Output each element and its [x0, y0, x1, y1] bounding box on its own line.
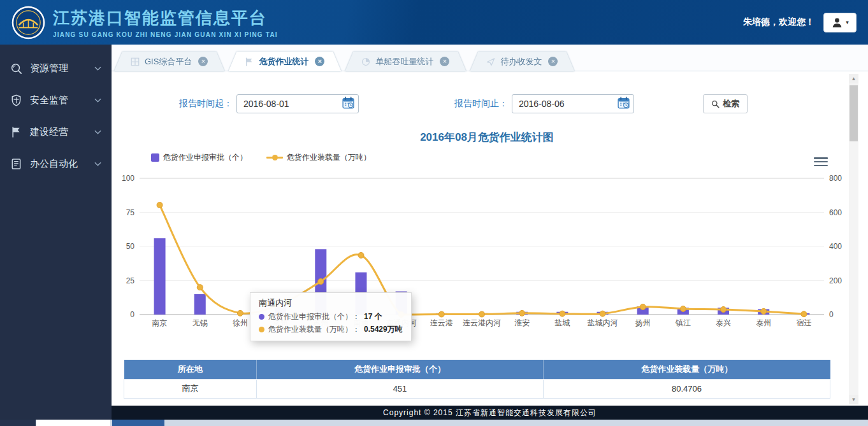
tab-1[interactable]: GIS综合平台×	[114, 52, 224, 71]
y-axis-tick-right: 200	[829, 276, 842, 285]
x-axis-label: 连云港	[430, 318, 453, 327]
line-point-1[interactable]	[197, 285, 203, 290]
line-point-12[interactable]	[640, 304, 646, 309]
line-point-10[interactable]	[560, 311, 565, 316]
line-point-15[interactable]	[761, 308, 767, 314]
x-axis-label: 镇江	[675, 318, 691, 327]
sidebar-item-2[interactable]: 安全监管	[0, 84, 112, 116]
caret-down-icon: ▾	[846, 19, 849, 25]
line-point-5[interactable]	[358, 252, 364, 258]
tab-label: 单船吞吐量统计	[375, 56, 433, 67]
tab-bar: GIS综合平台×危货作业统计×单船吞吐量统计×待办收发文×	[112, 45, 868, 71]
y-axis-tick-right: 600	[829, 208, 842, 217]
series-dot-icon	[259, 327, 264, 332]
chart-canvas[interactable]: 00252005040075600100800南京无锡徐州常州苏州南通南通内河连…	[120, 166, 853, 339]
line-point-4[interactable]	[318, 279, 324, 285]
strip-block-3	[112, 420, 164, 426]
tab-2[interactable]: 危货作业统计×	[228, 52, 341, 71]
x-axis-label: 徐州	[233, 318, 248, 327]
scroll-down-arrow[interactable]: ▼	[849, 395, 858, 404]
x-axis-label: 南京	[152, 318, 168, 327]
main-panel: GIS综合平台×危货作业统计×单船吞吐量统计×待办收发文× 报告时间起： 201…	[112, 45, 868, 420]
chart-legend: 危货作业申报审批（个）危货作业装载量（万吨）	[151, 152, 853, 162]
tab-label: 待办收发文	[500, 56, 542, 67]
sidebar-item-label: 建设经营	[30, 126, 68, 138]
sidebar-item-label: 资源管理	[30, 62, 68, 75]
magnifier-icon	[711, 100, 720, 108]
calendar-icon[interactable]	[617, 96, 630, 112]
y-axis-tick-left: 0	[130, 310, 134, 319]
chevron-down-icon	[94, 162, 101, 166]
flag-icon	[245, 57, 254, 66]
tab-close-icon[interactable]: ×	[198, 57, 208, 66]
chevron-down-icon	[94, 130, 101, 134]
search-button[interactable]: 检索	[703, 94, 748, 113]
sidebar-item-4[interactable]: 办公自动化	[0, 148, 112, 180]
report-start-field: 报告时间起： 2016-08-01	[179, 94, 359, 113]
x-axis-label: 连云港内河	[463, 318, 501, 327]
chart-area: 危货作业申报审批（个）危货作业装载量（万吨） 00252005040075600…	[120, 152, 853, 339]
strip-block-1	[0, 420, 36, 426]
page-footer: Copyright © 2015 江苏省新通智能交通科技发展有限公司	[112, 406, 868, 420]
series-dot-icon	[259, 314, 264, 320]
legend-line-swatch	[266, 153, 283, 162]
report-end-date-input[interactable]: 2016-08-06	[512, 94, 634, 113]
construction-icon	[10, 126, 22, 138]
x-axis-label: 泰兴	[716, 318, 731, 327]
legend-label: 危货作业申报审批（个）	[163, 152, 247, 163]
line-point-14[interactable]	[721, 306, 727, 312]
sidebar: 资源管理安全监管建设经营办公自动化	[0, 45, 112, 420]
strip-block-2	[36, 420, 110, 426]
y-axis-tick-left: 25	[126, 276, 135, 285]
line-point-9[interactable]	[519, 310, 525, 316]
vertical-scrollbar[interactable]: ▲ ▼	[849, 74, 858, 404]
page-title: 江苏港口智能监管信息平台	[53, 7, 278, 29]
resource-icon	[10, 62, 22, 75]
y-axis-tick-right: 400	[829, 242, 842, 251]
tab-4[interactable]: 待办收发文×	[470, 52, 574, 71]
calendar-icon[interactable]	[342, 96, 355, 112]
legend-item-2[interactable]: 危货作业装载量（万吨）	[266, 152, 371, 163]
tooltip-value: 0.5429万吨	[364, 324, 403, 335]
app-header: 江苏港口智能监管信息平台 JIANG SU GANG KOU ZHI NENG …	[0, 0, 868, 45]
tab-3[interactable]: 单船吞吐量统计×	[345, 52, 466, 71]
send-icon	[486, 57, 495, 66]
content-area: 报告时间起： 2016-08-01 报告时间止： 2016-08-06	[112, 71, 868, 406]
header-right: 朱培德，欢迎您！ ▾	[743, 13, 857, 32]
scroll-up-arrow[interactable]: ▲	[849, 74, 858, 83]
report-end-label: 报告时间止：	[454, 98, 508, 110]
line-point-7[interactable]	[438, 311, 444, 317]
tab-label: 危货作业统计	[259, 56, 308, 67]
office-icon	[10, 158, 22, 170]
tab-close-icon[interactable]: ×	[548, 57, 558, 66]
report-end-date-value: 2016-08-06	[519, 99, 617, 109]
x-axis-label: 盐城内河	[588, 318, 618, 327]
tooltip-label: 危货作业申报审批（个）：	[268, 311, 360, 322]
line-point-13[interactable]	[680, 306, 686, 311]
scrollbar-thumb[interactable]	[850, 85, 858, 141]
report-start-date-input[interactable]: 2016-08-01	[236, 94, 359, 113]
body-row: 资源管理安全监管建设经营办公自动化 GIS综合平台×危货作业统计×单船吞吐量统计…	[0, 45, 868, 420]
line-point-2[interactable]	[237, 310, 243, 316]
tooltip-row-2: 危货作业装载量（万吨）：0.5429万吨	[259, 324, 403, 335]
chart-menu-icon[interactable]	[814, 156, 828, 167]
bar-1[interactable]	[194, 294, 206, 315]
tooltip-title: 南通内河	[259, 297, 403, 309]
statistics-table: 所在地危货作业申报审批（个）危货作业装载量（万吨） 南京45180.4706	[124, 360, 830, 399]
legend-item-1[interactable]: 危货作业申报审批（个）	[151, 152, 247, 163]
x-axis-label: 宿迁	[796, 318, 811, 327]
bar-0[interactable]	[154, 238, 166, 315]
tooltip-value: 17 个	[364, 311, 382, 322]
line-point-16[interactable]	[801, 311, 807, 317]
shield-icon	[10, 94, 22, 106]
line-point-11[interactable]	[600, 311, 605, 316]
user-menu-button[interactable]: ▾	[823, 13, 857, 32]
table-cell: 南京	[124, 379, 257, 398]
sidebar-item-3[interactable]: 建设经营	[0, 116, 112, 148]
report-start-date-value: 2016-08-01	[243, 99, 342, 109]
line-point-8[interactable]	[479, 311, 485, 317]
sidebar-item-1[interactable]: 资源管理	[0, 52, 112, 84]
tab-close-icon[interactable]: ×	[315, 57, 324, 66]
tab-close-icon[interactable]: ×	[440, 57, 449, 66]
line-point-0[interactable]	[157, 202, 163, 208]
